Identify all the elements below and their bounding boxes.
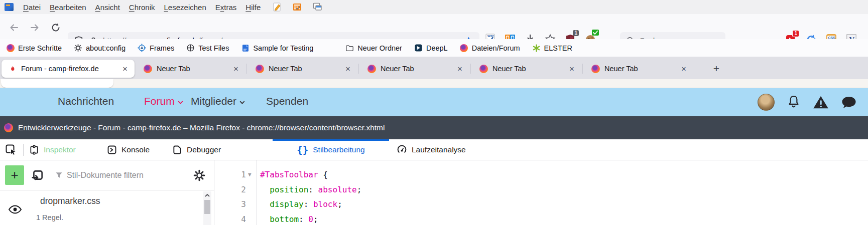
code-token: #TabsToolbar — [260, 170, 318, 179]
site-nav-spenden[interactable]: Spenden — [266, 95, 308, 107]
tab-neuer-tab[interactable]: Neuer Tab× — [582, 60, 694, 78]
site-nav-nachrichten[interactable]: Nachrichten — [58, 95, 114, 107]
tab-close-icon[interactable]: × — [567, 64, 576, 74]
devtools-tab-konsole[interactable]: Konsole — [107, 139, 150, 160]
gear-icon — [74, 44, 82, 52]
braces-icon: {} — [297, 144, 308, 155]
tab-neuer-tab[interactable]: Neuer Tab× — [470, 60, 582, 78]
globe-icon — [186, 44, 195, 52]
site-header: Nachrichten Forum Mitglieder Spenden — [0, 88, 868, 116]
devtools-tab-stilbearbeitung[interactable]: {} Stilbearbeitung — [273, 139, 389, 160]
forward-button[interactable] — [29, 22, 41, 34]
menu-chronik[interactable]: Chronik — [125, 3, 160, 12]
bookmark-elster[interactable]: ELSTER — [532, 44, 572, 52]
code-line[interactable]: #TabsToolbar { — [260, 167, 328, 182]
tab-close-icon[interactable]: × — [343, 64, 352, 74]
warning-triangle-icon[interactable] — [813, 95, 829, 110]
bookmarks-toolbar: Erste Schritte about:config A Frames Tes… — [0, 39, 868, 57]
firefox-icon — [460, 44, 468, 52]
code-line[interactable]: position: absolute; — [260, 182, 361, 197]
inspector-icon — [29, 145, 39, 155]
tab-close-icon[interactable]: × — [455, 64, 464, 74]
chevron-down-icon — [177, 99, 184, 106]
code-line[interactable]: display: block; — [260, 197, 342, 212]
devtools-toolbar: Inspektor Konsole Debugger {} Stilbearbe… — [0, 139, 868, 160]
style-sheet-list-pane: + Stil-Dokumente filtern dropmarker.css … — [0, 160, 214, 225]
devtools-tab-inspektor[interactable]: Inspektor — [29, 139, 76, 160]
stylesheet-list-item[interactable]: dropmarker.css 1 Regel. — [0, 191, 203, 225]
tab-close-icon[interactable]: × — [231, 64, 240, 74]
tab-separator — [582, 64, 583, 74]
bookmark-frames[interactable]: A Frames — [138, 44, 174, 52]
green-asterisk-icon — [532, 44, 541, 52]
bookmark-erste-schritte[interactable]: Erste Schritte — [6, 44, 62, 52]
css-source-editor[interactable]: 1▼234 #TabsToolbar { position: absolute;… — [215, 160, 868, 225]
back-button[interactable] — [8, 22, 20, 34]
bookmark-sample-for-testing[interactable]: Sample for Testing — [241, 44, 313, 52]
style-editor: + Stil-Dokumente filtern dropmarker.css … — [0, 160, 868, 225]
user-avatar[interactable] — [758, 94, 775, 111]
line-number: 2 — [215, 182, 246, 197]
filter-stylesheets-input[interactable]: Stil-Dokumente filtern — [55, 171, 144, 180]
line-number: 4 — [215, 212, 246, 225]
chevron-down-icon — [239, 99, 245, 106]
menu-ansicht[interactable]: Ansicht — [91, 3, 125, 12]
code-line[interactable]: bottom: 0; — [260, 212, 318, 225]
tab-neuer-tab[interactable]: Neuer Tab× — [246, 60, 358, 78]
cookie-check-badge — [592, 30, 599, 36]
menu-lesezeichen[interactable]: Lesezeichen — [160, 3, 211, 12]
window-copy-icon[interactable] — [312, 2, 322, 12]
tab-close-icon[interactable]: × — [120, 64, 130, 74]
bookmark-about-config[interactable]: about:config — [74, 44, 126, 52]
tab-close-icon[interactable]: × — [679, 64, 688, 74]
menu-bearbeiten[interactable]: Bearbeiten — [45, 3, 91, 12]
tab-label: Neuer Tab — [381, 65, 451, 73]
new-stylesheet-button[interactable]: + — [5, 165, 24, 185]
site-nav-forum[interactable]: Forum — [144, 95, 184, 107]
fold-marker-icon[interactable]: ▼ — [248, 167, 254, 182]
scroll-up-icon[interactable] — [204, 192, 210, 198]
firefox-favicon-icon — [256, 65, 264, 73]
tab-neuer-tab[interactable]: Neuer Tab× — [358, 60, 470, 78]
menu-extras[interactable]: Extras — [211, 3, 241, 12]
devtools-window-title: Entwicklerwerkzeuge - Forum - camp-firef… — [18, 123, 385, 132]
bookmark-dateien-forum[interactable]: Dateien/Forum — [460, 44, 520, 52]
menu-hilfe[interactable]: Hilfe — [241, 3, 265, 12]
visibility-eye-icon[interactable] — [8, 204, 22, 214]
pick-element-button[interactable] — [4, 143, 18, 157]
tab-label: Forum - camp-firefox.de — [21, 65, 116, 73]
blue-document-icon — [241, 44, 250, 52]
note-edit-icon[interactable] — [272, 2, 282, 12]
line-number: 3 — [215, 197, 246, 212]
stylesheet-list-scrollbar[interactable] — [203, 191, 211, 225]
bookmark-test-files[interactable]: Test Files — [186, 44, 229, 52]
devtools-tab-laufzeitanalyse[interactable]: Laufzeitanalyse — [397, 139, 466, 160]
filter-placeholder: Stil-Dokumente filtern — [67, 171, 144, 180]
gauge-icon — [397, 144, 407, 155]
bookmark-neuer-ordner[interactable]: Neuer Ordner — [345, 44, 402, 52]
site-nav-mitglieder[interactable]: Mitglieder — [191, 95, 245, 107]
code-token: bottom — [270, 214, 299, 224]
devtools-tab-debugger[interactable]: Debugger — [172, 139, 221, 160]
code-token — [260, 185, 270, 194]
tab-neuer-tab[interactable]: Neuer Tab× — [135, 60, 246, 78]
scrollbar-thumb[interactable] — [204, 200, 210, 214]
firefox-window: DateiBearbeitenAnsichtChronikLesezeichen… — [0, 0, 868, 225]
import-stylesheet-button[interactable] — [31, 169, 44, 182]
bookmark-deepl[interactable]: DeepL — [414, 44, 448, 52]
bell-icon[interactable] — [787, 95, 801, 110]
firefox-favicon-icon — [367, 65, 376, 73]
chat-bubble-icon[interactable] — [841, 95, 857, 110]
new-tab-button[interactable]: + — [709, 62, 724, 76]
menu-datei[interactable]: Datei — [19, 3, 45, 12]
window-app-icon — [5, 3, 14, 11]
reload-button[interactable] — [50, 22, 62, 34]
folder-icon — [345, 44, 354, 52]
firefox-favicon-icon — [591, 65, 600, 73]
code-token: ; — [313, 214, 318, 224]
style-editor-options-gear-icon[interactable] — [193, 169, 205, 181]
calendar-icon[interactable] — [292, 2, 302, 12]
tab-active-forum[interactable]: Forum - camp-firefox.de × — [2, 60, 135, 78]
menu-items: DateiBearbeitenAnsichtChronikLesezeichen… — [19, 3, 265, 12]
debugger-icon — [172, 145, 182, 155]
